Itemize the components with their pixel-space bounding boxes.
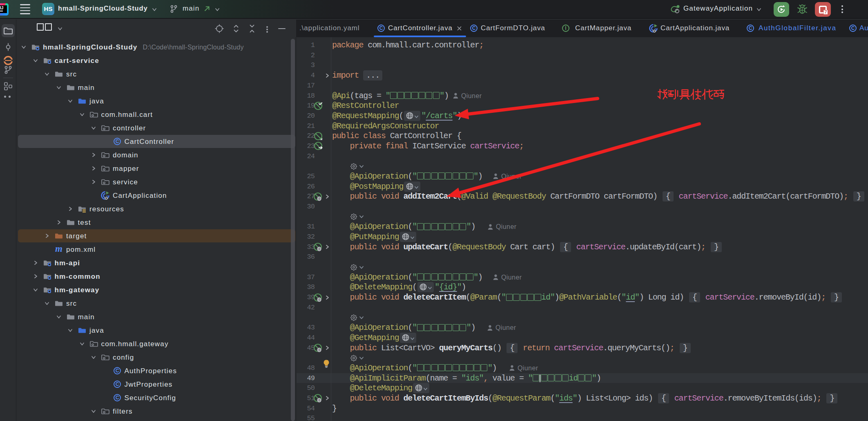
svg-text:C: C — [749, 25, 752, 31]
svg-text:C: C — [472, 25, 476, 31]
svg-text:C: C — [379, 25, 383, 31]
svg-text:7: 7 — [825, 9, 827, 14]
svg-text:C: C — [115, 368, 119, 374]
svg-text:C: C — [115, 139, 119, 144]
svg-text:C: C — [115, 381, 119, 387]
svg-text:I: I — [565, 25, 566, 31]
svg-text:C: C — [851, 25, 855, 31]
svg-text:C: C — [115, 395, 119, 401]
